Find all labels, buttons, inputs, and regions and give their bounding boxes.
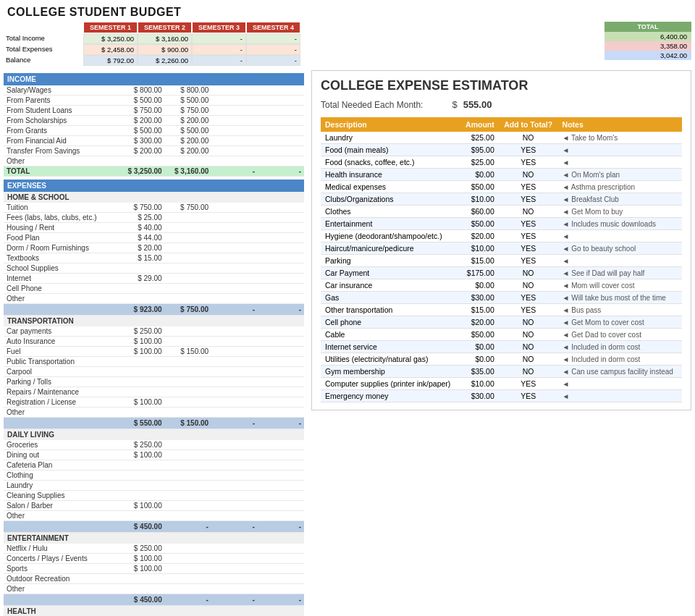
expense-row-s4	[258, 584, 304, 594]
dl-total-s4: -	[258, 521, 304, 533]
expense-row-s3	[211, 387, 258, 397]
expenses-section-header: EXPENSES	[4, 180, 304, 192]
est-desc: Food (snacks, coffee, etc.)	[321, 156, 460, 169]
income-row-s3	[211, 116, 258, 126]
est-amount: $0.00	[460, 341, 499, 353]
income-row-s4	[258, 85, 304, 96]
expense-row: Internet $ 29.00	[4, 274, 304, 284]
expense-row-s4	[258, 213, 304, 223]
estimator-row: Gas $30.00 YES ◄ Will take bus most of t…	[321, 292, 682, 304]
expense-row-s3	[211, 367, 258, 377]
est-desc: Clubs/Organizations	[321, 193, 460, 206]
est-amount: $25.00	[460, 132, 499, 144]
expense-row-label: Groceries	[4, 440, 118, 450]
est-add: NO	[499, 206, 558, 218]
estimator-row: Car insurance $0.00 NO ◄ Mom will cover …	[321, 279, 682, 292]
expense-row-s2	[165, 564, 211, 574]
est-add: NO	[499, 132, 558, 144]
est-amount: $0.00	[460, 279, 499, 292]
est-add: NO	[499, 316, 558, 329]
expense-row-s2	[165, 284, 211, 294]
estimator-total-amount: 555.00	[463, 99, 492, 110]
expense-row-s4	[258, 284, 304, 294]
expense-row-s3	[211, 440, 258, 450]
expense-row-s3	[211, 263, 258, 274]
estimator-total-label: Total Needed Each Month:	[321, 100, 423, 110]
expense-row-s4	[258, 377, 304, 387]
expense-row-s3	[211, 243, 258, 253]
expense-row-s4	[258, 253, 304, 263]
expense-row-label: Other	[4, 584, 118, 594]
estimator-row: Health insurance $0.00 NO ◄ On Mom's pla…	[321, 169, 682, 181]
est-amount: $20.00	[460, 316, 499, 329]
expense-row-s1: $ 250.00	[118, 544, 165, 554]
est-note: ◄ Breakfast Club	[558, 193, 682, 206]
expense-row-s4	[258, 408, 304, 418]
est-note: ◄ Mom will cover cost	[558, 279, 682, 292]
est-note: ◄ Get Mom to cover cost	[558, 316, 682, 329]
income-row-s2: $ 800.00	[165, 85, 212, 96]
expense-row-s1	[118, 408, 164, 418]
expense-row-label: Internet	[4, 274, 118, 284]
est-note: ◄	[558, 230, 682, 242]
expense-row-s3	[211, 347, 258, 357]
est-desc: Parking	[321, 255, 460, 267]
tr-total-s4: -	[258, 418, 304, 429]
income-s4: -	[246, 33, 300, 44]
expense-row-s4	[258, 471, 304, 481]
expense-row-label: Fees (labs, labs, clubs, etc.)	[4, 213, 118, 223]
expense-row-s2	[165, 471, 211, 481]
expense-row-label: Concerts / Plays / Events	[4, 554, 118, 564]
income-row-label: From Parents	[4, 96, 118, 106]
hs-total-s4: -	[258, 304, 304, 316]
ent-total-s2: -	[165, 594, 211, 606]
est-desc: Health insurance	[321, 169, 460, 181]
expense-row-s4	[258, 554, 304, 564]
expense-row-s1: $ 750.00	[118, 203, 164, 213]
expense-row-s3	[211, 408, 258, 418]
est-amount: $30.00	[460, 390, 499, 402]
expense-row-s1: $ 100.00	[118, 554, 165, 564]
expense-row-label: Parking / Tolls	[4, 377, 118, 387]
expense-row: Repairs / Maintenance	[4, 387, 304, 397]
col-notes: Notes	[558, 117, 682, 132]
est-amount: $0.00	[460, 353, 499, 366]
est-amount: $20.00	[460, 230, 499, 242]
est-desc: Gym membership	[321, 366, 460, 378]
expense-row-s1: $ 25.00	[118, 213, 164, 223]
summary-section: SEMESTER 1 SEMESTER 2 SEMESTER 3 SEMESTE…	[4, 22, 599, 66]
right-panel: COLLEGE EXPENSE ESTIMATOR Total Needed E…	[311, 70, 691, 616]
expense-row-s2	[165, 357, 211, 367]
expense-row-s2	[165, 440, 211, 450]
expense-row-label: Other	[4, 511, 118, 521]
ent-total-s3: -	[211, 594, 258, 606]
expense-row-s4	[258, 326, 304, 337]
expense-row: Registration / License $ 100.00	[4, 397, 304, 408]
expense-row-s3	[211, 460, 258, 471]
expense-row-s2	[165, 460, 211, 471]
income-label: Total Income	[4, 33, 83, 44]
income-row: Other	[4, 156, 304, 166]
expense-row-s2	[165, 387, 211, 397]
total-section: TOTAL 6,400.00 3,358.00 3,042.00	[605, 22, 691, 60]
ent-total-s4: -	[258, 594, 304, 606]
expense-row-label: Netflix / Hulu	[4, 544, 118, 554]
expense-row-label: Tuition	[4, 203, 118, 213]
dl-total-s2: -	[165, 521, 211, 533]
page-title: COLLEGE STUDENT BUDGET	[0, 0, 695, 22]
expense-row-label: Outdoor Recreation	[4, 574, 118, 584]
estimator-row: Cable $50.00 NO ◄ Get Dad to cover cost	[321, 329, 682, 341]
total-income-val: 6,400.00	[605, 32, 691, 41]
expense-row-s2	[165, 408, 211, 418]
expense-row-s1: $ 100.00	[118, 347, 164, 357]
expense-row-s3	[211, 564, 258, 574]
expense-label: Total Expenses	[4, 44, 83, 55]
income-row: Salary/Wages $ 800.00 $ 800.00	[4, 85, 304, 96]
est-add: YES	[499, 304, 558, 316]
est-amount: $15.00	[460, 304, 499, 316]
expense-row-s2	[165, 274, 211, 284]
expense-row-label: Sports	[4, 564, 118, 574]
expense-row-s1	[118, 263, 164, 274]
estimator-row: Entertainment $50.00 YES ◄ Includes musi…	[321, 218, 682, 230]
expense-row-s2	[165, 511, 211, 521]
